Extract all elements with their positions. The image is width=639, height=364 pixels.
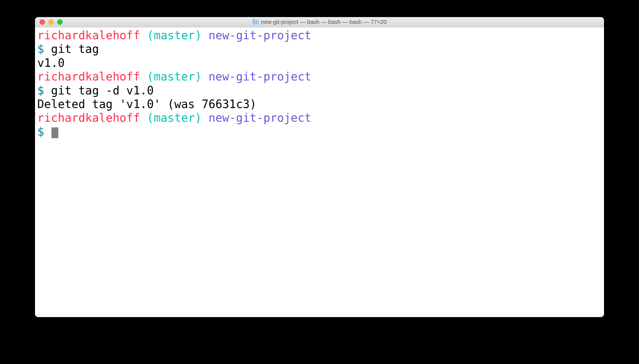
cursor-icon <box>51 127 58 138</box>
close-icon[interactable] <box>40 19 45 25</box>
prompt-user: richardkalehoff <box>37 29 140 42</box>
command-text: git tag <box>51 42 99 55</box>
prompt-project: new-git-project <box>209 111 311 124</box>
traffic-lights <box>35 19 63 25</box>
terminal-window: new-git-project — bash — bash — bash — 7… <box>35 17 604 317</box>
minimize-icon[interactable] <box>48 19 54 25</box>
prompt-branch-open: ( <box>147 70 154 83</box>
title-bar: new-git-project — bash — bash — bash — 7… <box>35 17 604 27</box>
terminal-body[interactable]: richardkalehoff (master) new-git-project… <box>35 27 604 317</box>
prompt-user: richardkalehoff <box>37 70 140 83</box>
prompt-project: new-git-project <box>209 70 311 83</box>
prompt-branch: master <box>154 111 195 124</box>
window-title-container: new-git-project — bash — bash — bash — 7… <box>252 19 387 25</box>
output-text: Deleted tag 'v1.0' (was 76631c3) <box>37 98 257 111</box>
prompt-branch: master <box>154 70 195 83</box>
window-title: new-git-project — bash — bash — bash — 7… <box>261 19 387 25</box>
prompt-symbol: $ <box>37 84 44 97</box>
prompt-branch-open: ( <box>147 29 154 42</box>
output-text: v1.0 <box>37 56 65 69</box>
prompt-branch-close: ) <box>195 29 202 42</box>
prompt-branch-open: ( <box>147 111 154 124</box>
prompt-symbol: $ <box>37 42 44 55</box>
prompt-branch: master <box>154 29 195 42</box>
prompt-project: new-git-project <box>209 29 311 42</box>
prompt-symbol: $ <box>37 125 44 138</box>
prompt-branch-close: ) <box>195 70 202 83</box>
folder-icon <box>252 20 259 24</box>
prompt-user: richardkalehoff <box>37 111 140 124</box>
maximize-icon[interactable] <box>57 19 63 25</box>
prompt-branch-close: ) <box>195 111 202 124</box>
command-text: git tag -d v1.0 <box>51 84 154 97</box>
